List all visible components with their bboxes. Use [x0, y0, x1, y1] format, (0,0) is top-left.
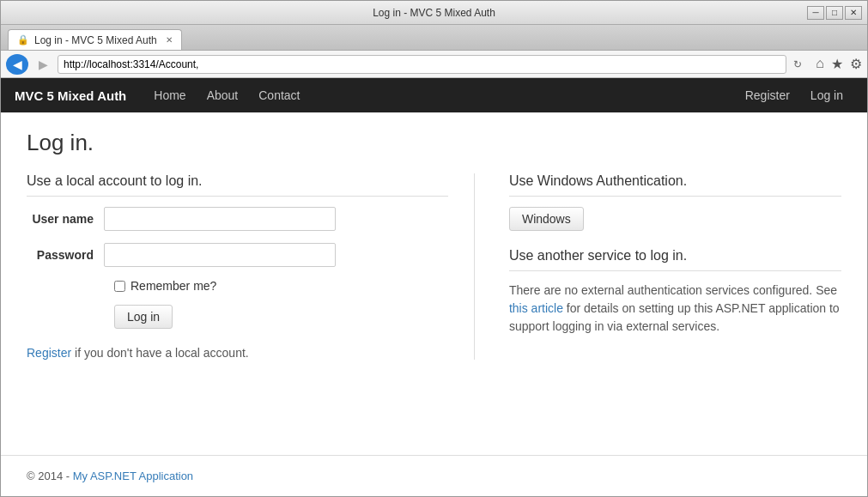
nav-about[interactable]: About: [197, 78, 249, 112]
content-grid: Use a local account to log in. User name…: [27, 173, 841, 360]
password-input[interactable]: [104, 243, 336, 267]
external-info-text: There are no external authentication ser…: [509, 282, 841, 336]
page-title: Log in.: [27, 130, 841, 156]
external-info-part1: There are no external authentication ser…: [509, 283, 837, 297]
register-suffix: if you don't have a local account.: [71, 346, 249, 360]
windows-auth-heading: Use Windows Authentication.: [509, 173, 841, 197]
address-bar: ◀ ▶ ↻ ⌂ ★ ⚙: [1, 51, 867, 78]
brand-name: MVC 5 Mixed Auth: [15, 88, 126, 103]
external-login-section: Use Windows Authentication. Windows Use …: [475, 173, 841, 360]
toolbar-icons: ⌂ ★ ⚙: [816, 56, 862, 72]
favorites-icon[interactable]: ★: [831, 56, 843, 72]
tab-bar: 🔒 Log in - MVC 5 Mixed Auth ✕: [1, 25, 867, 51]
main-content: Log in. Use a local account to log in. U…: [1, 112, 867, 455]
window-title: Log in - MVC 5 Mixed Auth: [61, 7, 807, 19]
nav-register[interactable]: Register: [735, 78, 800, 112]
register-link[interactable]: Register: [27, 346, 71, 360]
this-article-link[interactable]: this article: [509, 301, 563, 315]
username-field-group: User name: [27, 207, 448, 231]
tab-close-icon[interactable]: ✕: [166, 35, 173, 45]
maximize-button[interactable]: □: [826, 6, 843, 20]
password-label: Password: [27, 248, 104, 262]
settings-icon[interactable]: ⚙: [850, 56, 862, 72]
local-section-heading: Use a local account to log in.: [27, 173, 448, 197]
home-icon[interactable]: ⌂: [816, 56, 824, 72]
nav-bar: MVC 5 Mixed Auth Home About Contact Regi…: [1, 78, 867, 112]
window-controls: ─ □ ✕: [807, 6, 862, 20]
username-label: User name: [27, 212, 104, 226]
close-button[interactable]: ✕: [845, 6, 862, 20]
nav-links: Home About Contact: [143, 78, 734, 112]
username-input[interactable]: [104, 207, 336, 231]
windows-auth-button[interactable]: Windows: [509, 207, 584, 231]
page-footer: © 2014 - My ASP.NET Application: [1, 455, 867, 496]
page-area: MVC 5 Mixed Auth Home About Contact Regi…: [1, 78, 867, 496]
password-field-group: Password: [27, 243, 448, 267]
forward-button[interactable]: ▶: [32, 54, 54, 75]
remember-me-checkbox[interactable]: [114, 281, 125, 292]
submit-row: Log in: [114, 305, 448, 329]
nav-right: Register Log in: [735, 78, 853, 112]
address-input[interactable]: [58, 55, 786, 74]
local-login-section: Use a local account to log in. User name…: [27, 173, 475, 360]
browser-window: Log in - MVC 5 Mixed Auth ─ □ ✕ 🔒 Log in…: [0, 0, 868, 497]
external-service-heading: Use another service to log in.: [509, 248, 841, 271]
nav-contact[interactable]: Contact: [248, 78, 310, 112]
back-button[interactable]: ◀: [6, 54, 28, 75]
refresh-icon[interactable]: ↻: [790, 57, 805, 72]
nav-login[interactable]: Log in: [800, 78, 853, 112]
remember-me-row: Remember me?: [114, 279, 448, 293]
tab-favicon-icon: 🔒: [17, 34, 29, 45]
browser-tab[interactable]: 🔒 Log in - MVC 5 Mixed Auth ✕: [8, 29, 182, 50]
login-button[interactable]: Log in: [114, 305, 173, 329]
register-link-row: Register if you don't have a local accou…: [27, 346, 448, 360]
title-bar: Log in - MVC 5 Mixed Auth ─ □ ✕: [1, 1, 867, 25]
remember-me-label: Remember me?: [131, 279, 216, 293]
tab-label: Log in - MVC 5 Mixed Auth: [34, 34, 157, 46]
app-link[interactable]: My ASP.NET Application: [73, 470, 193, 482]
minimize-button[interactable]: ─: [807, 6, 824, 20]
copyright-text: © 2014 -: [27, 470, 73, 482]
nav-home[interactable]: Home: [143, 78, 196, 112]
